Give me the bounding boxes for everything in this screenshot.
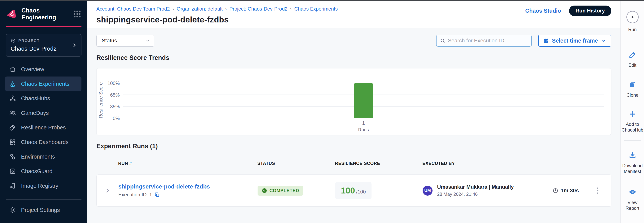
sidebar-item-label: ChaosHubs <box>21 95 50 102</box>
run-button-label: Run <box>621 27 644 32</box>
brand-accent-underline <box>6 26 82 27</box>
duration-cell: 1m 30s <box>552 187 594 194</box>
sidebar-item-label: Chaos Dashboards <box>21 139 68 145</box>
sidebar-nav: Overview Chaos Experiments ChaosHubs <box>0 62 87 193</box>
plus-icon <box>629 110 636 118</box>
score-cell: 100 /100 <box>335 182 422 199</box>
probe-icon <box>9 124 16 131</box>
main-body: Status <box>87 28 620 206</box>
sidebar-item-environments[interactable]: Environments <box>5 149 82 164</box>
download-manifest-button[interactable]: Download Manifest <box>621 151 644 174</box>
sidebar-item-label: GameDays <box>21 110 49 116</box>
run-button[interactable] <box>626 11 639 23</box>
breadcrumb-account-link[interactable]: Account: Chaos Dev Team Prod2 <box>96 6 170 12</box>
dashboard-icon <box>9 139 16 146</box>
sidebar-item-label: Resilience Probes <box>21 125 66 131</box>
eye-icon <box>628 188 637 196</box>
add-to-chaoshub-label: Add to ChaosHub <box>621 121 644 133</box>
run-cell: shippingservice-pod-delete-fzdbs Executi… <box>118 183 258 198</box>
project-selector[interactable]: PROJECT Chaos-Dev-Prod2 <box>6 34 82 57</box>
chaos-engineering-app: Chaos Engineering PROJECT Chaos-Dev-Prod… <box>0 0 644 223</box>
window-top-strip <box>0 0 644 1</box>
clock-icon <box>552 188 558 193</box>
sidebar-item-label: Overview <box>21 66 44 72</box>
expand-row-chevron-icon[interactable] <box>105 188 110 193</box>
flask-icon <box>9 80 16 87</box>
download-icon <box>628 151 636 159</box>
chevron-down-icon <box>145 38 150 43</box>
view-report-label: View Report <box>621 200 644 211</box>
project-cube-icon <box>11 38 16 43</box>
chart-y-axis-label: Resilience Score <box>98 82 104 118</box>
copy-icon[interactable] <box>155 192 160 197</box>
status-filter-dropdown[interactable]: Status <box>96 35 154 47</box>
sidebar-item-label: Image Registry <box>21 183 58 189</box>
y-tick: 35% <box>101 104 120 109</box>
sidebar-item-chaoshubs[interactable]: ChaosHubs <box>5 91 82 106</box>
gridline: 0% <box>123 118 604 118</box>
breadcrumb-project-link[interactable]: Project: Chaos-Dev-Prod2 <box>230 6 288 12</box>
app-switcher-grid-icon[interactable] <box>73 10 82 18</box>
chaos-studio-link[interactable]: Chaos Studio <box>525 8 561 14</box>
sidebar-item-gamedays[interactable]: GameDays <box>5 106 82 120</box>
filter-row: Status <box>96 35 611 47</box>
sidebar: Chaos Engineering PROJECT Chaos-Dev-Prod… <box>0 1 87 223</box>
experiment-runs-title: Experiment Runs (1) <box>96 143 611 150</box>
page-header: Account: Chaos Dev Team Prod2 › Organiza… <box>87 1 620 28</box>
row-menu-kebab-icon[interactable] <box>594 187 600 195</box>
chaos-engineering-logo-icon <box>6 8 17 20</box>
sidebar-item-chaosguard[interactable]: ChaosGuard <box>5 164 82 178</box>
breadcrumb-page-link[interactable]: Chaos Experiments <box>294 6 338 12</box>
status-filter-label: Status <box>102 38 117 44</box>
search-input[interactable] <box>448 38 528 44</box>
hub-icon <box>9 95 16 102</box>
project-name: Chaos-Dev-Prod2 <box>11 45 76 52</box>
sidebar-bottom: Project Settings <box>0 199 87 217</box>
experiment-run-row: shippingservice-pod-delete-fzdbs Executi… <box>96 174 611 206</box>
breadcrumb-organization-link[interactable]: Organization: default <box>177 6 222 12</box>
people-icon <box>9 109 16 117</box>
time-frame-label: Select time frame <box>552 38 598 44</box>
sidebar-item-project-settings[interactable]: Project Settings <box>5 203 82 217</box>
y-tick: 0% <box>101 116 120 121</box>
add-to-chaoshub-button[interactable]: Add to ChaosHub <box>621 110 644 133</box>
calendar-icon <box>543 38 549 44</box>
home-icon <box>9 66 16 73</box>
executed-by-name: Umasankar Mukkara | Manually <box>437 184 514 190</box>
sidebar-item-resilience-probes[interactable]: Resilience Probes <box>5 120 82 135</box>
view-report-button[interactable]: View Report <box>621 188 644 211</box>
header-actions: Chaos Studio Run History <box>525 6 611 16</box>
resilience-score-box: 100 /100 <box>335 182 372 199</box>
sidebar-item-chaos-dashboards[interactable]: Chaos Dashboards <box>5 135 82 149</box>
chevron-right-icon[interactable] <box>72 43 77 48</box>
column-status: STATUS <box>257 161 335 166</box>
runs-table-header: RUN # STATUS RESILIENCE SCORE EXECUTED B… <box>96 161 611 166</box>
clone-button[interactable]: Clone <box>621 81 644 98</box>
experiment-run-link[interactable]: shippingservice-pod-delete-fzdbs <box>118 183 210 190</box>
executed-on-date: 28 May 2024, 21:46 <box>437 191 514 197</box>
time-frame-button[interactable]: Select time frame <box>538 35 611 47</box>
gear-icon <box>9 206 16 213</box>
breadcrumb-separator: › <box>225 6 227 12</box>
chart-x-axis-label: Runs <box>123 127 604 133</box>
sidebar-item-overview[interactable]: Overview <box>5 62 82 76</box>
executed-by-cell: UM Umasankar Mukkara | Manually 28 May 2… <box>422 184 552 197</box>
clone-icon <box>628 81 636 89</box>
edit-button[interactable]: Edit <box>621 51 644 68</box>
run-history-button[interactable]: Run History <box>569 6 611 16</box>
breadcrumb-separator: › <box>290 6 292 12</box>
column-resilience-score: RESILIENCE SCORE <box>335 161 422 166</box>
download-manifest-label: Download Manifest <box>621 163 644 174</box>
column-executed-by: EXECUTED BY <box>422 161 552 166</box>
sidebar-item-image-registry[interactable]: Image Registry <box>5 178 82 193</box>
sidebar-item-label: ChaosGuard <box>21 168 52 174</box>
brand: Chaos Engineering <box>0 1 87 21</box>
play-icon <box>630 15 635 20</box>
rail-divider <box>624 40 641 40</box>
status-cell: COMPLETED <box>258 186 335 196</box>
search-box <box>436 35 532 47</box>
search-icon <box>440 38 445 44</box>
resilience-score-trends-chart: Resilience Score 100% 65% 35% 0% 1 <box>96 68 611 135</box>
sidebar-item-chaos-experiments[interactable]: Chaos Experiments <box>5 76 82 91</box>
resilience-score-bar[interactable] <box>354 83 373 118</box>
